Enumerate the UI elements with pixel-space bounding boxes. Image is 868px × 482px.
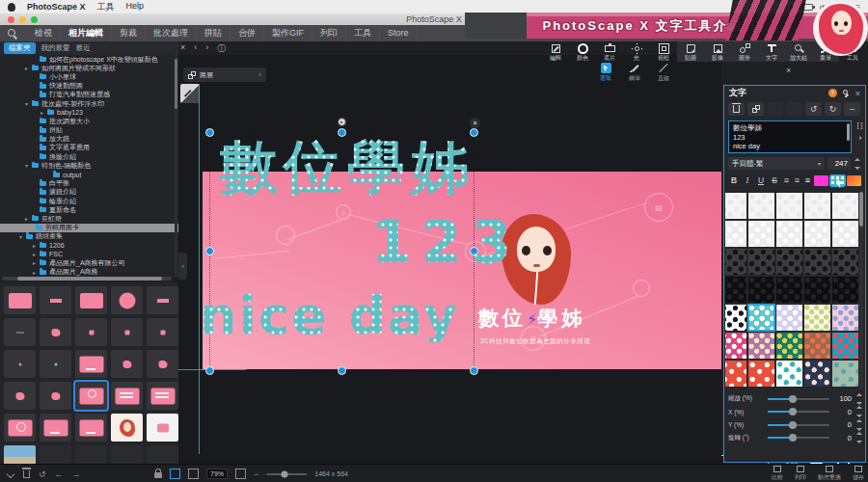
tree-arrow[interactable]: ▸ — [41, 109, 47, 116]
tree-row[interactable]: 文字遮罩應用 — [0, 144, 178, 152]
align-center-icon[interactable]: ≡ — [793, 175, 801, 185]
slider-track[interactable] — [768, 398, 829, 400]
pattern-tile[interactable] — [776, 305, 802, 331]
tree-row[interactable]: 輪廓介紹 — [0, 197, 178, 205]
sidebar-tab[interactable]: 我的最愛 — [41, 43, 70, 53]
thumbnail[interactable] — [40, 318, 71, 346]
crop-icon[interactable] — [170, 469, 180, 479]
thumbnail[interactable] — [147, 286, 178, 314]
menubar-item[interactable]: Help — [126, 1, 145, 13]
sidebar-tab[interactable]: 檔案夾 — [4, 42, 36, 54]
thumbnail[interactable] — [147, 382, 178, 410]
layers-button[interactable]: 圖層 › — [183, 67, 266, 82]
thumbnail[interactable] — [111, 382, 143, 410]
canvas-text-line2[interactable]: 123 — [371, 213, 521, 271]
format-button[interactable]: U — [755, 174, 767, 186]
subtool-chip[interactable]: 直線 — [651, 63, 676, 83]
pattern-tile[interactable] — [725, 249, 746, 275]
fill-swatch[interactable] — [847, 175, 861, 186]
thumbnail[interactable] — [147, 350, 178, 378]
zoom-slider[interactable] — [266, 473, 307, 475]
close-image-icon[interactable]: × — [180, 42, 185, 55]
slider-stepper[interactable] — [855, 406, 862, 417]
rotate-right-button[interactable]: ↻ — [825, 102, 841, 116]
pattern-tile[interactable] — [804, 333, 830, 359]
main-tab[interactable]: 工具 — [346, 25, 380, 41]
pin-icon[interactable] — [842, 89, 851, 97]
resize-handle[interactable] — [470, 366, 478, 375]
search-icon[interactable] — [8, 29, 17, 39]
pattern-tile[interactable] — [748, 221, 774, 247]
pattern-tile[interactable] — [804, 249, 830, 275]
thumbnail[interactable] — [75, 382, 107, 410]
pattern-tile[interactable] — [804, 277, 830, 303]
trash-icon[interactable] — [23, 470, 30, 478]
pattern-tile[interactable] — [748, 333, 774, 359]
pattern-tile[interactable] — [804, 193, 830, 219]
subtool-chip[interactable]: 選取 — [593, 63, 618, 83]
tree-row[interactable]: ▸ 如何將圖片變成不同形狀 — [0, 64, 178, 72]
duplicate-button[interactable] — [747, 102, 764, 116]
thumbnail[interactable] — [75, 318, 107, 346]
pattern-tile[interactable] — [748, 277, 774, 303]
tree-row[interactable]: 拼貼 — [0, 126, 178, 135]
text-input-area[interactable]: 數位學姊123nice day — [728, 120, 852, 153]
tree-row[interactable]: 白平衡 — [0, 179, 178, 188]
pattern-tile[interactable] — [725, 305, 746, 331]
panel-collapse-handle[interactable]: ‹ — [178, 253, 187, 280]
main-tab[interactable]: 列印 — [312, 25, 346, 41]
bottom-action[interactable]: 動作重播 — [818, 466, 841, 482]
more-button[interactable]: – — [844, 102, 860, 116]
thumbnail[interactable] — [40, 286, 71, 314]
slider-knob[interactable] — [789, 408, 797, 415]
tree-arrow[interactable]: ▸ — [33, 259, 40, 266]
tree-scrollbar[interactable] — [175, 55, 177, 277]
main-tab[interactable]: 批次處理 — [146, 25, 197, 41]
pattern-scrollbar[interactable] — [859, 192, 863, 389]
thumbnail[interactable] — [111, 414, 143, 442]
thumbnail[interactable] — [75, 286, 107, 314]
zoom-out-icon[interactable]: − — [254, 469, 258, 479]
next-image-icon[interactable]: › — [205, 42, 208, 55]
tree-row[interactable]: 批次調整大小 — [0, 117, 178, 125]
main-tab[interactable]: 拼貼 — [197, 25, 231, 41]
sidebar-tab[interactable]: 最近 — [76, 43, 91, 53]
flip-v-button[interactable] — [786, 102, 802, 116]
font-size-input[interactable]: 247 — [827, 157, 851, 170]
main-tab[interactable]: 剪裁 — [112, 25, 146, 41]
font-size-stepper[interactable] — [854, 158, 860, 170]
pattern-tile[interactable] — [725, 277, 746, 303]
slider-track[interactable] — [768, 437, 829, 439]
tool-tab[interactable]: 顏色 — [569, 41, 596, 62]
pattern-tile[interactable] — [776, 193, 802, 219]
tree-arrow[interactable]: ▸ — [33, 242, 40, 249]
slider-stepper[interactable] — [855, 419, 862, 431]
close-shapes-icon[interactable]: × — [786, 66, 791, 75]
tree-row[interactable]: 剪輯用圖卡 — [0, 224, 178, 232]
bottom-action[interactable]: 列印 — [795, 466, 806, 482]
pattern-tile[interactable] — [748, 361, 774, 387]
format-button[interactable]: I — [742, 174, 753, 186]
tool-tab[interactable]: 編輯 — [542, 41, 569, 62]
pattern-tile[interactable] — [725, 361, 746, 387]
thumbnail[interactable] — [4, 318, 36, 346]
resize-handle[interactable] — [205, 366, 214, 375]
bottom-action[interactable]: 儲存 — [853, 466, 864, 482]
thumbnail[interactable] — [111, 350, 143, 378]
lock-icon[interactable] — [154, 472, 162, 478]
slider-track[interactable] — [768, 411, 829, 413]
help-icon[interactable]: ? — [828, 89, 837, 97]
app-menu-title[interactable]: PhotoScape X — [27, 2, 86, 12]
thumbnail[interactable] — [40, 414, 71, 442]
thumbnail[interactable] — [111, 318, 143, 346]
tree-row[interactable]: ▸ 1206 — [0, 241, 178, 250]
pattern-tile[interactable] — [832, 305, 858, 331]
zoom-knob[interactable] — [282, 470, 288, 477]
pattern-tile[interactable] — [725, 193, 746, 219]
main-tab[interactable]: 相片編輯 — [61, 25, 112, 41]
pattern-tile[interactable] — [832, 249, 858, 275]
pattern-tile[interactable] — [804, 221, 830, 247]
zoom-level[interactable]: 79% — [206, 469, 228, 479]
tree-row[interactable]: ▸ 霓虹燈 — [0, 214, 178, 223]
info-icon[interactable]: ⓘ — [217, 42, 226, 55]
